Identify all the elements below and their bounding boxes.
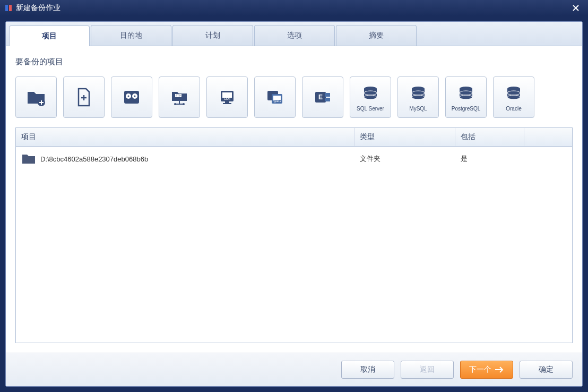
titlebar: 新建备份作业 [0, 0, 588, 16]
add-file-button[interactable] [63, 76, 105, 118]
add-oracle-button[interactable]: Oracle [493, 76, 534, 118]
svg-rect-19 [273, 96, 281, 100]
svg-rect-16 [223, 103, 231, 104]
col-include-header[interactable]: 包括 [455, 128, 524, 146]
database-icon [360, 83, 381, 105]
tool-label: MySQL [409, 106, 427, 112]
next-button[interactable]: 下一个 [460, 361, 513, 379]
disk-icon [121, 87, 142, 108]
exchange-icon: E [312, 87, 333, 108]
col-type-header[interactable]: 类型 [354, 128, 455, 146]
esxi-icon: ESXi [217, 87, 238, 108]
file-plus-icon [73, 87, 94, 108]
col-spacer [524, 128, 572, 146]
item-path: D:\8cbc4602a588e2307deb068b6b [40, 155, 148, 163]
folder-icon [21, 153, 36, 165]
table-row[interactable]: D:\8cbc4602a588e2307deb068b6b 文件夹 是 [16, 147, 572, 171]
tool-label: Oracle [506, 106, 521, 112]
add-exchange-button[interactable]: E [302, 76, 343, 118]
ftp-icon: FTP [169, 87, 190, 108]
tab-label: 摘要 [369, 31, 384, 39]
tab-label: 目的地 [120, 31, 142, 39]
svg-point-5 [128, 96, 129, 97]
close-button[interactable] [568, 2, 584, 14]
cancel-button[interactable]: 取消 [341, 361, 394, 379]
add-folder-button[interactable] [15, 76, 57, 118]
table-body: D:\8cbc4602a588e2307deb068b6b 文件夹 是 [16, 147, 572, 343]
folder-plus-icon [25, 87, 47, 108]
add-esxi-button[interactable]: ESXi [206, 76, 248, 118]
button-label: 下一个 [469, 365, 491, 374]
tab-strip: 项目 目的地 计划 选项 摘要 [6, 22, 582, 46]
add-sqlserver-button[interactable]: SQL Server [350, 76, 391, 118]
tab-label: 项目 [42, 31, 57, 40]
tab-label: 计划 [205, 31, 220, 39]
database-icon [503, 83, 524, 105]
add-postgresql-button[interactable]: PostgreSQL [445, 76, 487, 118]
cell-item: D:\8cbc4602a588e2307deb068b6b [16, 150, 354, 168]
app-icon [4, 4, 13, 12]
footer-bar: 取消 返回 下一个 确定 [6, 353, 582, 386]
tool-label: SQL Server [357, 106, 384, 112]
tool-label: PostgreSQL [452, 106, 480, 112]
cell-include: 是 [455, 151, 524, 167]
ok-button[interactable]: 确定 [520, 361, 573, 379]
svg-rect-1 [9, 5, 12, 11]
svg-rect-0 [5, 5, 8, 11]
cell-type: 文件夹 [354, 151, 455, 167]
tab-destination[interactable]: 目的地 [91, 25, 171, 46]
database-icon [455, 83, 477, 105]
svg-point-11 [183, 103, 185, 105]
section-heading: 要备份的项目 [15, 57, 573, 67]
svg-rect-23 [325, 93, 330, 97]
tab-summary[interactable]: 摘要 [336, 25, 417, 46]
svg-point-7 [134, 96, 136, 97]
button-label: 返回 [420, 365, 435, 374]
button-label: 确定 [539, 365, 554, 374]
inner-panel: 项目 目的地 计划 选项 摘要 要备份的项目 [5, 21, 583, 387]
arrow-right-icon [495, 366, 504, 373]
svg-rect-15 [225, 101, 229, 103]
items-table: 项目 类型 包括 D:\8cbc4602a588e2307deb068b6b 文… [15, 127, 573, 343]
dialog-window: 新建备份作业 项目 目的地 计划 选项 摘要 要备份的项目 [0, 0, 588, 392]
svg-rect-24 [325, 98, 330, 101]
database-icon [408, 83, 429, 105]
add-disk-button[interactable] [111, 76, 152, 118]
svg-text:E: E [318, 93, 323, 101]
tab-label: 选项 [287, 31, 302, 39]
svg-point-10 [174, 103, 176, 105]
add-hyperv-button[interactable]: Hyper-V [254, 76, 296, 118]
cell-spacer [524, 156, 572, 162]
window-title: 新建备份作业 [16, 3, 568, 13]
svg-text:Hyper-V: Hyper-V [273, 100, 282, 103]
tab-body: 要备份的项目 FTP ESXi [6, 46, 582, 353]
back-button[interactable]: 返回 [401, 361, 454, 379]
col-item-header[interactable]: 项目 [16, 128, 354, 146]
tab-schedule[interactable]: 计划 [172, 25, 253, 46]
svg-text:ESXi: ESXi [224, 97, 230, 100]
add-ftp-button[interactable]: FTP [159, 76, 200, 118]
button-label: 取消 [360, 365, 375, 374]
tab-items[interactable]: 项目 [9, 25, 90, 46]
svg-text:FTP: FTP [176, 94, 181, 97]
table-header: 项目 类型 包括 [16, 128, 572, 147]
source-toolbar: FTP ESXi Hyper-V E SQL Server [15, 76, 573, 118]
tab-options[interactable]: 选项 [254, 25, 335, 46]
content-area: 项目 目的地 计划 选项 摘要 要备份的项目 [0, 16, 588, 392]
hyperv-icon: Hyper-V [264, 87, 286, 108]
add-mysql-button[interactable]: MySQL [397, 76, 439, 118]
